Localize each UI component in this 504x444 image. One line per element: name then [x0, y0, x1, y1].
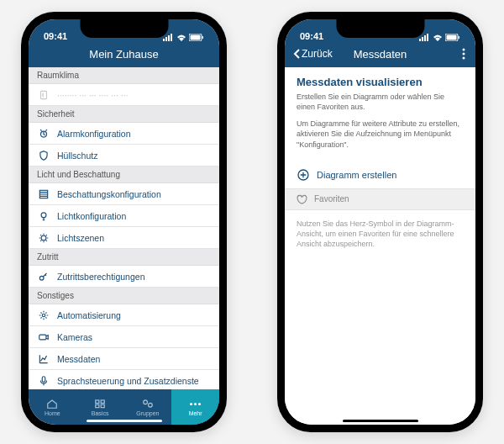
list-item-automatisierung[interactable]: Automatisierung — [29, 304, 219, 326]
svg-rect-2 — [168, 35, 170, 41]
list-item-alarm[interactable]: Alarmkonfiguration — [29, 123, 219, 145]
svg-rect-18 — [101, 400, 104, 404]
svg-rect-23 — [419, 39, 421, 41]
svg-point-11 — [41, 235, 46, 240]
svg-rect-1 — [165, 37, 167, 41]
plus-circle-icon — [297, 168, 310, 182]
tab-mehr[interactable]: Mehr — [171, 389, 219, 425]
list-item-messdaten[interactable]: Messdaten — [29, 348, 219, 370]
list-item-sprachsteuerung[interactable]: Sprachsteuerung und Zusatzdienste — [29, 370, 219, 389]
svg-rect-24 — [422, 37, 423, 41]
svg-rect-5 — [191, 35, 201, 40]
mic-icon — [37, 374, 50, 388]
home-icon — [45, 398, 59, 410]
list-item-label: Messdaten — [57, 354, 100, 364]
header-title: Messdaten — [354, 48, 407, 61]
wifi-icon — [176, 34, 186, 41]
section-raumklima: Raumklima — [29, 67, 219, 84]
chart-icon — [37, 352, 50, 366]
list-item-huellschutz[interactable]: Hüllschutz — [29, 145, 219, 166]
list-item-zutritt[interactable]: Zutrittsberechtigungen — [29, 266, 219, 288]
svg-rect-20 — [101, 404, 104, 408]
alarm-icon — [37, 127, 50, 140]
list-item-label: Zutrittsberechtigungen — [57, 272, 144, 282]
tab-label: Home — [45, 410, 60, 416]
phone-left: 09:41 Mein Zuhause Raumklima ········ ··… — [21, 12, 227, 432]
list-item-label: ········ ··· ··· ···· ··· ··· — [57, 90, 129, 100]
status-indicators — [163, 34, 204, 41]
heart-icon — [297, 194, 307, 204]
svg-rect-26 — [427, 34, 428, 41]
wifi-icon — [433, 34, 443, 41]
list-item-label: Sprachsteuerung und Zusatzdienste — [57, 376, 199, 386]
favorites-header: Favoriten — [285, 188, 475, 210]
intro-text-1: Erstellen Sie ein Diagramm oder wählen S… — [297, 92, 464, 112]
svg-rect-25 — [424, 35, 426, 41]
bulb-icon — [37, 209, 50, 223]
svg-point-13 — [42, 314, 45, 317]
more-icon — [189, 398, 202, 410]
list-item-label: Lichtkonfiguration — [57, 211, 126, 221]
more-button[interactable] — [462, 48, 465, 60]
tab-label: Mehr — [189, 410, 202, 416]
section-sicherheit: Sicherheit — [29, 106, 219, 123]
svg-point-22 — [148, 403, 152, 407]
water-heater-icon — [37, 88, 50, 102]
screen-right: 09:41 Zurück Messdaten Messdaten visuali… — [285, 19, 475, 425]
list-item-label: Lichtszenen — [57, 233, 104, 243]
list-item-label: Hüllschutz — [57, 151, 97, 161]
list-item-truncated[interactable]: ········ ··· ··· ···· ··· ··· — [29, 84, 219, 106]
list-item-beschattung[interactable]: Beschattungskonfiguration — [29, 183, 219, 205]
svg-rect-19 — [96, 404, 99, 408]
list-item-lichtkonfig[interactable]: Lichtkonfiguration — [29, 205, 219, 227]
signal-icon — [163, 34, 174, 41]
home-indicator[interactable] — [343, 420, 418, 422]
camera-icon — [37, 330, 50, 344]
phone-right: 09:41 Zurück Messdaten Messdaten visuali… — [277, 12, 483, 432]
svg-rect-6 — [202, 36, 204, 39]
intro-block: Messdaten visualisieren Erstellen Sie ei… — [285, 67, 475, 161]
shield-icon — [37, 149, 50, 162]
back-button[interactable]: Zurück — [293, 48, 333, 60]
section-sonstiges: Sonstiges — [29, 288, 219, 304]
messdaten-content: Messdaten visualisieren Erstellen Sie ei… — [285, 67, 475, 425]
favorites-hint: Nutzen Sie das Herz-Symbol in der Diagra… — [285, 210, 475, 257]
header-title: Mein Zuhause — [89, 48, 158, 61]
svg-point-12 — [39, 276, 44, 280]
status-indicators — [419, 34, 460, 41]
page-title: Messdaten visualisieren — [297, 76, 464, 88]
home-indicator[interactable] — [87, 420, 162, 422]
list-item-kameras[interactable]: Kameras — [29, 326, 219, 348]
blinds-icon — [37, 188, 50, 201]
favorites-label: Favoriten — [314, 194, 349, 204]
tab-home[interactable]: Home — [29, 389, 76, 425]
back-label: Zurück — [302, 48, 333, 60]
svg-rect-14 — [39, 335, 46, 340]
svg-rect-7 — [41, 91, 47, 98]
tab-label: Gruppen — [136, 410, 159, 416]
list-item-label: Alarmkonfiguration — [57, 129, 131, 139]
section-licht: Licht und Beschattung — [29, 166, 219, 183]
svg-point-31 — [463, 53, 465, 56]
create-diagram-button[interactable]: Diagramm erstellen — [285, 161, 475, 188]
list-item-label: Kameras — [57, 332, 92, 342]
notch — [336, 19, 424, 38]
list-item-lichtszenen[interactable]: Lichtszenen — [29, 227, 219, 249]
svg-point-32 — [463, 57, 465, 60]
chevron-left-icon — [293, 49, 300, 59]
header: Zurück Messdaten — [285, 43, 475, 67]
svg-rect-0 — [163, 39, 165, 41]
notch — [80, 19, 168, 38]
action-label: Diagramm erstellen — [317, 170, 396, 180]
tab-label: Basics — [92, 410, 109, 416]
intro-text-2: Um Diagramme für weitere Attribute zu er… — [297, 119, 464, 149]
screen-left: 09:41 Mein Zuhause Raumklima ········ ··… — [29, 19, 219, 425]
status-time: 09:41 — [44, 31, 67, 41]
header: Mein Zuhause — [29, 43, 219, 67]
svg-rect-17 — [96, 400, 99, 404]
grid-icon — [93, 398, 107, 410]
key-icon — [37, 270, 50, 283]
main-list[interactable]: Raumklima ········ ··· ··· ···· ··· ··· … — [29, 67, 219, 389]
gear-icon — [37, 309, 50, 322]
status-time: 09:41 — [300, 31, 323, 41]
